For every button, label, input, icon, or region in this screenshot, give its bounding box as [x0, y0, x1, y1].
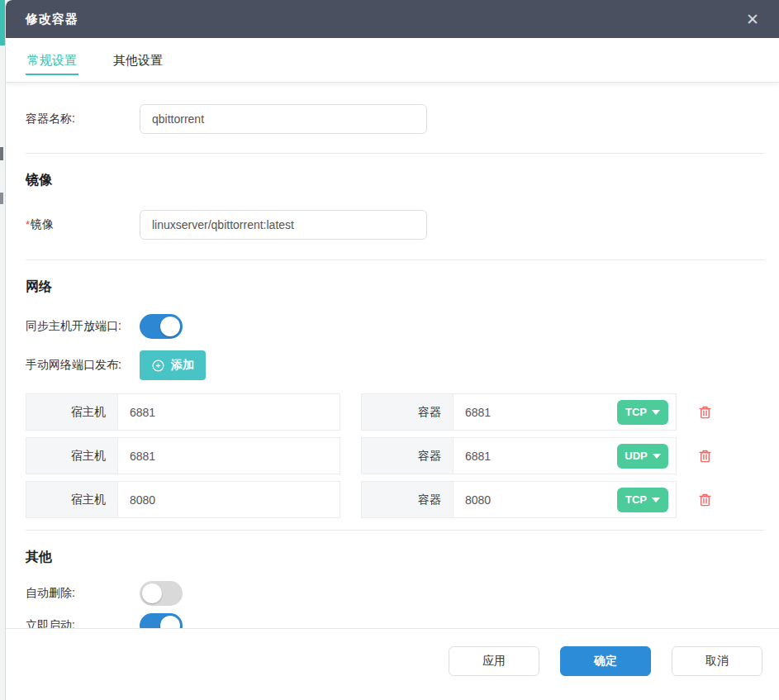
container-port-label: 容器 [362, 482, 454, 517]
host-port-group: 宿主机 [26, 481, 340, 518]
image-input[interactable] [140, 210, 427, 240]
container-name-label: 容器名称: [26, 112, 140, 126]
add-port-label: 添加 [171, 358, 194, 373]
section-divider [26, 153, 764, 154]
dialog-header: 修改容器 ✕ [6, 0, 779, 38]
image-label: *镜像 [26, 217, 140, 232]
close-button[interactable]: ✕ [743, 10, 762, 29]
ok-button[interactable]: 确定 [560, 646, 651, 676]
sync-ports-row: 同步主机开放端口: [26, 314, 764, 339]
host-port-label: 宿主机 [26, 394, 118, 430]
port-mapping-row: 宿主机 容器 TCP [26, 393, 764, 431]
start-now-toggle[interactable] [140, 613, 183, 628]
container-port-group: 容器 TCP [361, 481, 677, 518]
required-asterisk: * [26, 218, 30, 231]
protocol-dropdown[interactable]: TCP [617, 400, 668, 425]
dialog-body: 容器名称: 镜像 *镜像 网络 同步主机开放端口: 手动网络端口发布: 添加 [6, 83, 779, 628]
image-row: *镜像 [26, 210, 764, 240]
toggle-knob [160, 616, 180, 628]
container-port-label: 容器 [362, 438, 454, 474]
host-port-group: 宿主机 [26, 437, 340, 474]
host-port-group: 宿主机 [26, 393, 340, 431]
section-divider [26, 530, 764, 531]
container-name-input[interactable] [140, 104, 427, 134]
trash-icon [697, 492, 713, 507]
host-port-input[interactable] [118, 482, 340, 517]
port-mapping-row: 宿主机 容器 TCP [26, 481, 764, 518]
protocol-dropdown[interactable]: TCP [617, 488, 668, 512]
start-now-label: 立即启动: [26, 618, 140, 628]
container-port-group: 容器 UDP [361, 437, 677, 474]
delete-port-button[interactable] [696, 490, 715, 509]
container-port-input-wrap: UDP [454, 438, 676, 474]
trash-icon [697, 448, 713, 464]
container-port-input[interactable] [454, 406, 617, 419]
background-content-fragment [0, 193, 3, 204]
auto-remove-toggle[interactable] [140, 581, 183, 606]
host-port-label: 宿主机 [26, 438, 118, 474]
toggle-knob [142, 583, 162, 603]
host-port-input[interactable] [118, 394, 340, 430]
container-port-group: 容器 TCP [361, 393, 677, 431]
image-section-heading: 镜像 [26, 172, 764, 189]
tab-bar: 常规设置 其他设置 [6, 38, 779, 83]
protocol-value: TCP [625, 493, 647, 506]
manual-ports-row: 手动网络端口发布: 添加 [26, 350, 764, 380]
toggle-knob [160, 317, 180, 336]
dialog-footer: 应用 确定 取消 [6, 628, 779, 700]
tab-other-settings[interactable]: 其他设置 [112, 53, 164, 75]
apply-button[interactable]: 应用 [449, 646, 539, 676]
protocol-dropdown[interactable]: UDP [617, 444, 668, 469]
network-section-heading: 网络 [26, 279, 764, 296]
close-icon: ✕ [746, 11, 759, 28]
chevron-down-icon [653, 454, 661, 459]
trash-icon [697, 404, 713, 420]
background-content-fragment [0, 147, 3, 160]
protocol-value: UDP [625, 450, 647, 462]
section-divider [26, 260, 764, 260]
host-port-label: 宿主机 [26, 482, 118, 517]
port-mapping-row: 宿主机 容器 UDP [26, 437, 764, 474]
dialog-title: 修改容器 [26, 12, 78, 27]
modify-container-dialog: 修改容器 ✕ 常规设置 其他设置 容器名称: 镜像 *镜像 网络 同步主机开放端… [5, 0, 779, 700]
container-port-input[interactable] [454, 450, 617, 463]
container-port-input-wrap: TCP [454, 394, 676, 430]
chevron-down-icon [652, 498, 660, 502]
circle-plus-icon [151, 359, 165, 373]
sync-ports-toggle[interactable] [140, 314, 183, 339]
container-port-input-wrap: TCP [454, 482, 676, 517]
auto-remove-row: 自动删除: [26, 581, 764, 606]
protocol-value: TCP [625, 406, 647, 418]
cancel-button[interactable]: 取消 [672, 646, 762, 676]
manual-ports-label: 手动网络端口发布: [26, 358, 140, 373]
container-port-label: 容器 [362, 394, 454, 430]
sync-ports-label: 同步主机开放端口: [26, 319, 140, 334]
other-section-heading: 其他 [26, 549, 764, 566]
port-mapping-list: 宿主机 容器 TCP [26, 393, 764, 518]
tab-general-settings[interactable]: 常规设置 [26, 53, 78, 75]
auto-remove-label: 自动删除: [26, 586, 140, 601]
add-port-button[interactable]: 添加 [140, 350, 206, 380]
delete-port-button[interactable] [696, 446, 715, 465]
chevron-down-icon [652, 410, 660, 415]
delete-port-button[interactable] [696, 402, 715, 421]
container-name-row: 容器名称: [26, 104, 764, 134]
host-port-input[interactable] [118, 438, 340, 474]
container-port-input[interactable] [454, 493, 617, 507]
start-now-row: 立即启动: [26, 613, 764, 628]
